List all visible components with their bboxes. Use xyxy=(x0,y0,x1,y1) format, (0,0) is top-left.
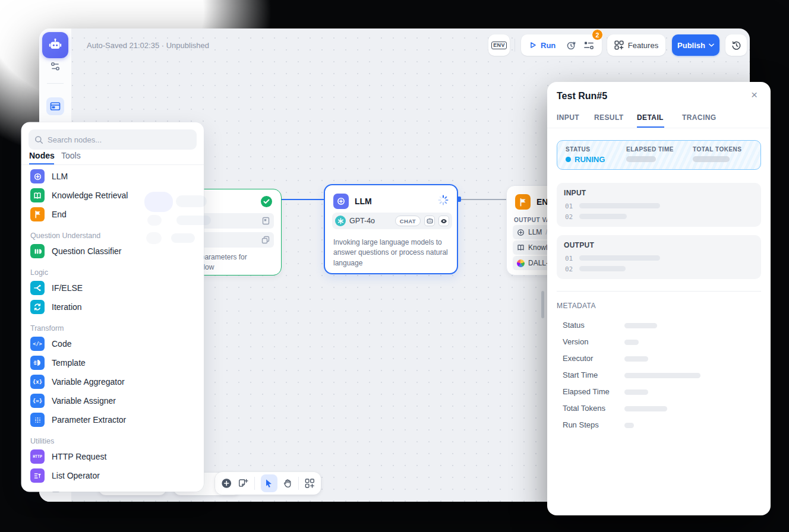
output-skeleton xyxy=(579,266,626,271)
node-item-list-operator[interactable]: List Operator xyxy=(25,466,200,485)
preview-panel-button[interactable] xyxy=(46,97,64,115)
browser-window-icon xyxy=(50,102,61,111)
ghost-pill xyxy=(176,195,207,207)
meta-status-label: Status xyxy=(563,321,585,330)
meta-skeleton xyxy=(624,323,657,328)
tab-tracing[interactable]: TRACING xyxy=(682,113,716,122)
node-item-iteration[interactable]: Iteration xyxy=(25,297,200,316)
dalle-icon xyxy=(517,259,525,267)
success-check-icon xyxy=(261,196,272,207)
features-icon xyxy=(614,40,624,50)
node-item-variable-aggregator[interactable]: {x} Variable Aggregator xyxy=(25,372,200,391)
node-item-http-request[interactable]: HTTP HTTP Request xyxy=(25,447,200,466)
http-icon: HTTP xyxy=(30,449,45,464)
node-item-ifelse[interactable]: IF/ELSE xyxy=(25,278,200,297)
canvas-scrollbar[interactable] xyxy=(541,291,544,318)
play-icon xyxy=(529,41,537,49)
node-item-question-classifier[interactable]: Question Classifier xyxy=(25,242,200,261)
tab-result[interactable]: RESULT xyxy=(594,113,624,122)
node-item-parameter-extractor[interactable]: Parameter Extractor xyxy=(25,410,200,429)
line-number: 01 xyxy=(565,255,573,262)
env-button[interactable]: ENV xyxy=(488,34,510,56)
pointer-mode-button[interactable] xyxy=(261,474,277,492)
search-input[interactable] xyxy=(48,135,178,144)
run-button[interactable]: Run xyxy=(529,41,556,50)
checklist-badge: 2 xyxy=(592,29,603,40)
features-button[interactable]: Features xyxy=(607,34,665,56)
add-node-button[interactable] xyxy=(221,477,232,489)
end-icon xyxy=(30,207,45,221)
search-icon xyxy=(34,135,43,144)
book-icon xyxy=(517,244,525,251)
edge-start-llm xyxy=(280,199,324,200)
publish-button[interactable]: Publish xyxy=(672,34,719,56)
toolbar-divider xyxy=(254,477,255,490)
vision-robot-chip xyxy=(424,216,435,226)
meta-start-time-label: Start Time xyxy=(563,370,598,379)
knowledge-icon xyxy=(30,188,45,202)
iteration-icon xyxy=(30,300,45,314)
meta-executor-label: Executor xyxy=(563,354,593,363)
cursor-icon xyxy=(264,479,273,488)
workflow-settings-button[interactable] xyxy=(48,60,63,73)
close-icon[interactable]: × xyxy=(751,89,758,100)
section-logic: Logic xyxy=(30,268,48,277)
node-item-code[interactable]: </> Code xyxy=(25,334,200,353)
run-history-icon[interactable] xyxy=(566,40,576,50)
autosave-status: Auto-Saved 21:02:35 · Unpublished xyxy=(87,41,209,50)
checklist-icon[interactable] xyxy=(584,41,594,50)
code-icon: </> xyxy=(30,337,45,351)
input-skeleton xyxy=(579,203,660,208)
add-note-button[interactable] xyxy=(238,478,248,489)
output-skeleton xyxy=(579,255,660,261)
meta-elapsed-label: Elapsed Time xyxy=(563,387,610,396)
line-number: 01 xyxy=(565,202,573,210)
edge-llm-end xyxy=(458,199,506,200)
ghost-pill xyxy=(171,233,195,243)
tabs-divider xyxy=(547,128,771,128)
node-item-template[interactable]: Template xyxy=(25,353,200,372)
app-logo[interactable] xyxy=(42,32,68,58)
model-selector[interactable]: GPT-4o CHAT xyxy=(332,213,452,229)
tab-nodes[interactable]: Nodes xyxy=(29,151,55,160)
metadata-divider xyxy=(557,291,761,292)
tab-tools[interactable]: Tools xyxy=(61,151,81,160)
eye-icon xyxy=(440,218,447,224)
template-icon xyxy=(30,356,45,370)
llm-small-icon xyxy=(517,229,525,236)
llm-icon xyxy=(30,169,45,183)
llm-node[interactable]: LLM GPT-4o CHAT xyxy=(324,184,458,274)
copy-icon xyxy=(261,236,270,244)
status-value: RUNING xyxy=(566,155,605,164)
input-skeleton xyxy=(579,214,627,219)
hand-mode-button[interactable] xyxy=(283,478,293,489)
meta-version-label: Version xyxy=(563,337,588,346)
node-item-variable-assigner[interactable]: {=} Variable Assigner xyxy=(25,391,200,410)
meta-skeleton xyxy=(624,340,639,345)
organize-nodes-button[interactable] xyxy=(305,478,315,489)
node-item-end[interactable]: End xyxy=(25,205,200,224)
section-question-understand: Question Understand xyxy=(30,232,100,240)
classifier-icon xyxy=(30,244,45,258)
ifelse-icon xyxy=(30,281,45,295)
gpt4o-icon xyxy=(335,216,346,226)
meta-skeleton xyxy=(624,406,667,411)
tokens-skeleton xyxy=(693,156,730,162)
robot-head-icon xyxy=(427,218,433,224)
version-history-button[interactable] xyxy=(725,34,747,56)
screenshot-stage: Auto-Saved 21:02:35 · Unpublished ENV Ru… xyxy=(0,0,789,532)
ghost-pill xyxy=(146,232,162,244)
robot-icon xyxy=(48,37,63,53)
tab-detail[interactable]: DETAIL xyxy=(637,113,664,122)
chevron-down-icon xyxy=(709,43,714,47)
end-icon xyxy=(515,194,531,210)
llm-node-title: LLM xyxy=(355,197,372,206)
node-search[interactable] xyxy=(29,129,197,150)
node-item-llm[interactable]: LLM xyxy=(25,167,200,186)
tab-input[interactable]: INPUT xyxy=(557,113,579,122)
node-item-knowledge-retrieval[interactable]: Knowledge Retrieval xyxy=(25,186,200,205)
chat-mode-chip: CHAT xyxy=(395,216,421,226)
output-title: OUTPUT xyxy=(564,241,594,249)
elapsed-skeleton xyxy=(626,156,656,162)
section-transform: Transform xyxy=(30,324,64,332)
